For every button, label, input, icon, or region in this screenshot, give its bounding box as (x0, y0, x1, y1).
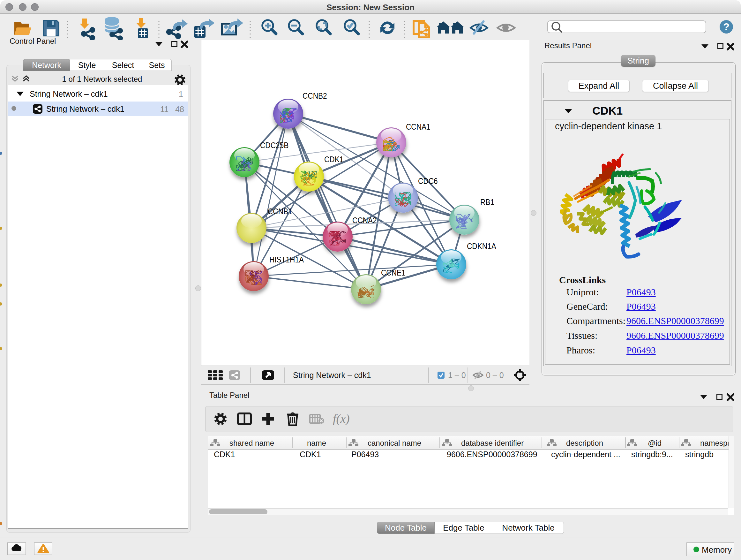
svg-text:String Network – cdk1: String Network – cdk1 (293, 371, 371, 380)
svg-text:f(x): f(x) (333, 412, 350, 426)
svg-text:0 – 0: 0 – 0 (486, 371, 504, 380)
svg-text:description: description (566, 439, 603, 447)
svg-text:?: ? (723, 21, 730, 33)
svg-text:database identifier: database identifier (461, 439, 524, 447)
svg-text:1 – 0: 1 – 0 (448, 371, 466, 380)
svg-text:@id: @id (648, 439, 662, 447)
svg-text:name: name (307, 439, 326, 447)
svg-text:canonical name: canonical name (367, 439, 421, 447)
svg-text:shared name: shared name (229, 439, 274, 447)
